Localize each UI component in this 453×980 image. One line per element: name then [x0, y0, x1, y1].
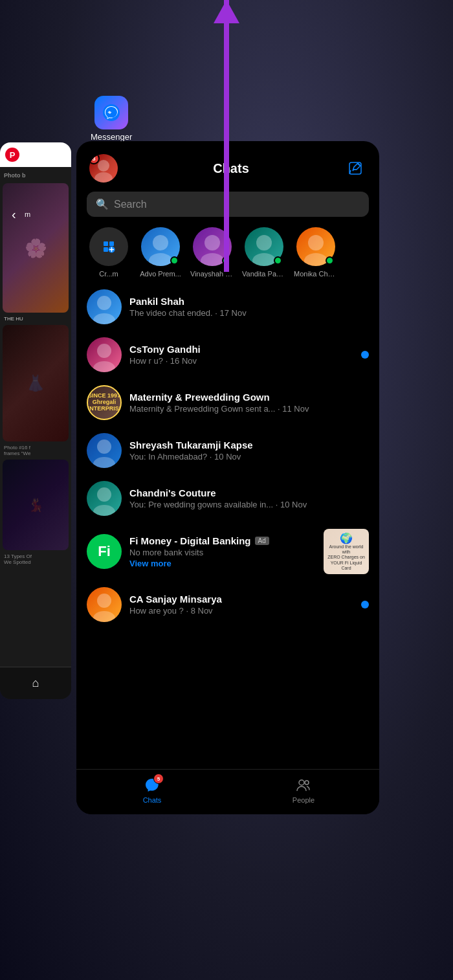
- chats-badge: 5: [153, 774, 164, 784]
- people-nav-icon: [294, 776, 313, 794]
- chat-name-casanjay: CA Sanjay Minsarya: [129, 594, 353, 605]
- bg-card-pinterest: P Photo b 🌸 THE HU 👗 Photo #16 fframes "…: [0, 142, 71, 699]
- people-nav-label: People: [293, 796, 315, 804]
- ad-badge-fi: Ad: [255, 537, 269, 545]
- chat-name-cstony: CsTony Gandhi: [129, 344, 353, 355]
- create-room-avatar: [89, 227, 128, 266]
- chats-nav-label: Chats: [143, 796, 162, 804]
- chat-avatar-shreyash: [87, 433, 122, 468]
- chat-avatar-cstony: [87, 337, 122, 372]
- online-indicator: [326, 256, 334, 265]
- story-label-monika: Monika Chechani.: [294, 270, 338, 278]
- chat-avatar-pankil: [87, 289, 122, 324]
- chat-list: Pankil Shah The video chat ended. · 17 N…: [76, 280, 379, 769]
- search-icon: 🔍: [96, 198, 109, 210]
- bg-home-icon: ⌂: [32, 676, 39, 690]
- svg-rect-6: [104, 247, 108, 252]
- svg-point-26: [299, 780, 304, 785]
- ad-image-fi: 🌍 Around the world withZERO Charges onYO…: [324, 529, 369, 574]
- svg-point-22: [97, 487, 111, 502]
- svg-rect-5: [109, 241, 114, 246]
- chat-name-shreyash: Shreyash Tukaramji Kapse: [129, 440, 369, 451]
- ad-subtitle-fi: No more bank visits: [129, 548, 316, 557]
- chat-info-maternity: Maternity & Prewedding Gown Maternity & …: [129, 392, 369, 414]
- svg-point-12: [256, 235, 272, 251]
- chat-info-pankil: Pankil Shah The video chat ended. · 17 N…: [129, 296, 369, 318]
- svg-point-16: [97, 296, 111, 310]
- chat-item-shreyash[interactable]: Shreyash Tukaramji Kapse You: In Ahmedab…: [76, 427, 379, 474]
- svg-point-18: [97, 344, 111, 358]
- online-indicator: [170, 256, 179, 265]
- chat-item-chandni[interactable]: Chandni's Couture You: Pre wedding gowns…: [76, 474, 379, 522]
- svg-point-8: [153, 235, 168, 251]
- story-item-advo[interactable]: Advo Prem...: [138, 227, 182, 278]
- svg-rect-4: [104, 241, 108, 246]
- chat-preview-chandni: You: Pre wedding gowns available in... ·…: [129, 500, 369, 509]
- page-title: Chats: [118, 161, 344, 176]
- bottom-nav: 5 Chats People: [76, 769, 379, 814]
- messenger-app-wrapper[interactable]: Messenger: [91, 96, 132, 142]
- ad-item-fi-money[interactable]: Fi Fi Money - Digital Banking Ad No more…: [76, 522, 379, 581]
- chat-info-chandni: Chandni's Couture You: Pre wedding gowns…: [129, 487, 369, 509]
- svg-point-9: [149, 253, 172, 266]
- story-label-vandita: Vandita Panchal: [242, 270, 286, 278]
- story-item-monika[interactable]: Monika Chechani.: [294, 227, 338, 278]
- chat-preview-shreyash: You: In Ahmedabad? · 10 Nov: [129, 452, 369, 462]
- messenger-app-label: Messenger: [91, 132, 132, 142]
- chat-avatar-maternity: SINCE 1997GhregaliENTERPRISE: [87, 385, 122, 420]
- chat-item-casanjay[interactable]: CA Sanjay Minsarya How are you ? · 8 Nov: [76, 581, 379, 629]
- chat-info-shreyash: Shreyash Tukaramji Kapse You: In Ahmedab…: [129, 440, 369, 462]
- ad-avatar-fi: Fi: [87, 534, 122, 569]
- svg-point-17: [93, 313, 115, 324]
- back-label: m: [25, 210, 30, 218]
- ad-cta-fi[interactable]: View more: [129, 559, 316, 568]
- chats-nav-icon: 5: [143, 776, 161, 794]
- chat-item-maternity[interactable]: SINCE 1997GhregaliENTERPRISE Maternity &…: [76, 379, 379, 427]
- svg-point-15: [304, 253, 327, 266]
- chat-name-pankil: Pankil Shah: [129, 296, 369, 307]
- chat-preview-casanjay: How are you ? · 8 Nov: [129, 606, 353, 616]
- story-item-vandita[interactable]: Vandita Panchal: [242, 227, 286, 278]
- svg-point-19: [93, 361, 115, 372]
- story-label-advo: Advo Prem...: [140, 270, 181, 278]
- svg-point-24: [97, 594, 111, 608]
- svg-point-27: [305, 781, 309, 785]
- online-indicator: [274, 256, 282, 265]
- chat-preview-cstony: How r u? · 16 Nov: [129, 356, 353, 366]
- ad-name-fi: Fi Money - Digital Banking: [129, 535, 251, 546]
- back-button[interactable]: ‹: [12, 207, 16, 222]
- svg-point-14: [308, 235, 324, 251]
- chat-avatar-casanjay: [87, 587, 122, 622]
- pinterest-logo-icon: P: [5, 148, 19, 162]
- svg-point-2: [94, 172, 113, 183]
- svg-point-10: [204, 235, 220, 251]
- svg-point-21: [93, 457, 115, 468]
- chat-preview-pankil: The video chat ended. · 17 Nov: [129, 308, 369, 318]
- chat-item-cstony[interactable]: CsTony Gandhi How r u? · 16 Nov: [76, 331, 379, 379]
- svg-point-23: [93, 505, 115, 516]
- svg-point-11: [201, 253, 224, 266]
- story-label-create: Cr...m: [99, 270, 118, 278]
- unread-indicator-casanjay: [361, 601, 369, 608]
- purple-arrow-line: [224, 0, 229, 272]
- chat-info-cstony: CsTony Gandhi How r u? · 16 Nov: [129, 344, 353, 366]
- messenger-app-icon: [94, 96, 128, 129]
- chat-avatar-chandni: [87, 481, 122, 516]
- nav-item-chats[interactable]: 5 Chats: [76, 776, 228, 804]
- compose-button[interactable]: [344, 157, 366, 179]
- svg-point-13: [252, 253, 276, 266]
- unread-indicator-cstony: [361, 351, 369, 359]
- svg-point-1: [98, 160, 109, 172]
- story-item-create[interactable]: Cr...m: [87, 227, 131, 278]
- top-app-bar: Messenger: [91, 96, 132, 142]
- nav-item-people[interactable]: People: [228, 776, 379, 804]
- chat-item-pankil[interactable]: Pankil Shah The video chat ended. · 17 N…: [76, 283, 379, 331]
- chat-name-maternity: Maternity & Prewedding Gown: [129, 392, 369, 403]
- chat-info-casanjay: CA Sanjay Minsarya How are you ? · 8 Nov: [129, 594, 353, 616]
- search-placeholder: Search: [114, 199, 147, 210]
- chat-name-chandni: Chandni's Couture: [129, 487, 369, 498]
- user-avatar[interactable]: 3: [89, 154, 118, 183]
- purple-arrow-head: [214, 0, 239, 23]
- chat-preview-maternity: Maternity & Prewedding Gown sent a... · …: [129, 404, 369, 414]
- ad-info-fi: Fi Money - Digital Banking Ad No more ba…: [129, 535, 316, 568]
